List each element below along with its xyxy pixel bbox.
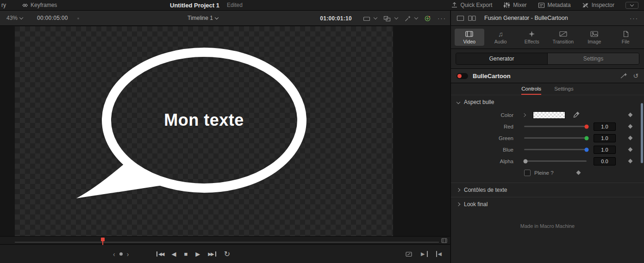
- viewer-canvas[interactable]: Mon texte: [0, 26, 450, 236]
- blue-label: Blue: [451, 147, 518, 153]
- keyframe-diamond-icon[interactable]: [628, 136, 633, 141]
- transport-bar: ‹ › ◀◀ ◀ ■ ▶ ▶▶ ↻ ▶ ◀: [0, 245, 450, 263]
- loop-button[interactable]: ↻: [224, 250, 230, 258]
- play-button[interactable]: ▶: [195, 251, 200, 257]
- jog-back-icon[interactable]: ‹: [113, 251, 115, 258]
- viewer-toolbar-right: 01:00:01:10 ···: [320, 11, 446, 26]
- tab-video[interactable]: Video: [455, 29, 484, 46]
- scrubber-track[interactable]: [15, 242, 439, 243]
- inspector-more-button[interactable]: ···: [630, 15, 638, 22]
- text-controls-section-toggle[interactable]: Contôles de texte: [451, 183, 644, 197]
- reset-history-icon[interactable]: ↺: [633, 72, 638, 80]
- look-final-section-toggle[interactable]: Look final: [451, 197, 644, 211]
- controls-settings-tabs: Controls Settings: [451, 83, 644, 95]
- jog-forward-icon[interactable]: ›: [127, 251, 129, 258]
- green-slider-handle[interactable]: [585, 136, 589, 140]
- timeline-timecode[interactable]: 01:00:01:10: [320, 15, 352, 22]
- multicam-tool-button[interactable]: [383, 15, 397, 21]
- multicam-tool-icon: [383, 16, 391, 22]
- dual-viewer-icon[interactable]: [468, 15, 476, 21]
- pleine-checkbox-label: Pleine ?: [534, 170, 554, 176]
- play-reverse-button[interactable]: ◀: [171, 251, 176, 257]
- jog-dot-icon[interactable]: [119, 252, 123, 256]
- last-frame-button[interactable]: ▶▶: [208, 251, 216, 257]
- alpha-slider[interactable]: [524, 160, 587, 162]
- first-frame-button[interactable]: ◀◀: [156, 251, 163, 257]
- keyframe-diamond-icon[interactable]: [628, 159, 633, 164]
- alpha-value-field[interactable]: 0.0: [594, 157, 616, 165]
- blue-value-field[interactable]: 1.0: [594, 146, 616, 154]
- keyframe-diamond-icon[interactable]: [628, 147, 633, 152]
- tab-effects[interactable]: Effects: [517, 29, 547, 46]
- bubble-text: Mon texte: [15, 110, 393, 130]
- color-swatch[interactable]: [533, 111, 565, 119]
- keyframe-diamond-icon[interactable]: [628, 124, 633, 129]
- green-value-field[interactable]: 1.0: [594, 134, 616, 142]
- red-slider[interactable]: [524, 126, 587, 127]
- tab-transition[interactable]: Transition: [549, 29, 578, 46]
- project-title-group: Untitled Project 1 Edited: [170, 0, 243, 10]
- red-value-field[interactable]: 1.0: [594, 122, 616, 131]
- stop-button[interactable]: ■: [184, 251, 188, 257]
- annotation-tool-button[interactable]: [424, 15, 431, 22]
- mixer-button[interactable]: Mixer: [503, 2, 526, 8]
- section-title: Look final: [464, 201, 488, 208]
- keyframe-mode-icon[interactable]: [620, 73, 627, 79]
- crop-tool-button[interactable]: [363, 15, 377, 21]
- alpha-slider-handle[interactable]: [523, 159, 527, 163]
- workspace-toggle-button[interactable]: [625, 2, 638, 9]
- viewer-scrubber[interactable]: [0, 236, 450, 245]
- color-row: Color: [451, 109, 644, 121]
- davinci-resolve-window: { "colors": { "accent_red": "#e5463c", "…: [0, 0, 644, 263]
- project-title: Untitled Project 1: [170, 2, 219, 9]
- jog-control[interactable]: ‹ ›: [113, 245, 129, 263]
- pleine-checkbox[interactable]: [524, 170, 531, 176]
- resize-viewer-icon[interactable]: [405, 251, 413, 257]
- keyframes-button[interactable]: Keyframes: [21, 2, 57, 8]
- chevron-down-icon: [19, 16, 23, 19]
- color-expand-arrow[interactable]: [522, 113, 526, 116]
- single-viewer-icon[interactable]: [456, 15, 464, 21]
- red-slider-handle[interactable]: [585, 124, 589, 128]
- metadata-label: Metadata: [548, 2, 571, 8]
- tab-label: Effects: [525, 39, 539, 44]
- file-tab-icon: [622, 31, 629, 37]
- transition-tab-icon: [559, 31, 568, 37]
- playhead-marker[interactable]: [101, 238, 105, 245]
- red-label: Red: [451, 124, 518, 129]
- aspect-bulle-section-toggle[interactable]: Aspect bulle: [451, 95, 644, 109]
- tab-image[interactable]: Image: [580, 29, 609, 46]
- next-edit-button[interactable]: ▶: [421, 251, 427, 257]
- wand-tool-button[interactable]: [404, 15, 418, 22]
- metadata-button[interactable]: Metadata: [538, 2, 571, 8]
- segment-settings[interactable]: Settings: [547, 53, 639, 64]
- viewer-options-button[interactable]: ···: [438, 15, 446, 22]
- inspector-scrollbar[interactable]: [641, 103, 643, 163]
- filmstrip-icon[interactable]: [441, 238, 447, 243]
- keyframe-diamond-icon[interactable]: [576, 171, 581, 175]
- segment-generator[interactable]: Generator: [456, 53, 547, 64]
- green-slider[interactable]: [524, 137, 587, 139]
- zoom-select[interactable]: 43%: [6, 15, 23, 21]
- blue-slider-handle[interactable]: [585, 147, 589, 152]
- tab-audio[interactable]: ♫ Audio: [486, 29, 516, 46]
- library-partial-label[interactable]: ry: [1, 2, 6, 8]
- top-bar: ry Keyframes Untitled Project 1 Edited Q…: [0, 0, 644, 11]
- eyedropper-icon[interactable]: [573, 111, 580, 118]
- subtab-controls[interactable]: Controls: [521, 86, 541, 95]
- inspector-button[interactable]: Inspector: [582, 2, 614, 8]
- subtab-settings[interactable]: Settings: [554, 86, 574, 95]
- metadata-icon: [538, 2, 545, 8]
- keyframe-diamond-icon[interactable]: [628, 113, 633, 117]
- source-timecode[interactable]: 00:00:05:00: [37, 15, 68, 21]
- tab-label: Transition: [552, 39, 574, 44]
- previous-edit-button[interactable]: ◀: [436, 251, 442, 257]
- quick-export-button[interactable]: Quick Export: [451, 2, 493, 8]
- node-name: BulleCartoon: [473, 73, 511, 80]
- edited-badge: Edited: [227, 2, 243, 8]
- timeline-select[interactable]: Timeline 1: [188, 15, 218, 21]
- color-label: Color: [451, 112, 518, 118]
- tab-file[interactable]: File: [611, 29, 641, 46]
- blue-slider[interactable]: [524, 149, 587, 150]
- node-enable-toggle[interactable]: [456, 73, 468, 79]
